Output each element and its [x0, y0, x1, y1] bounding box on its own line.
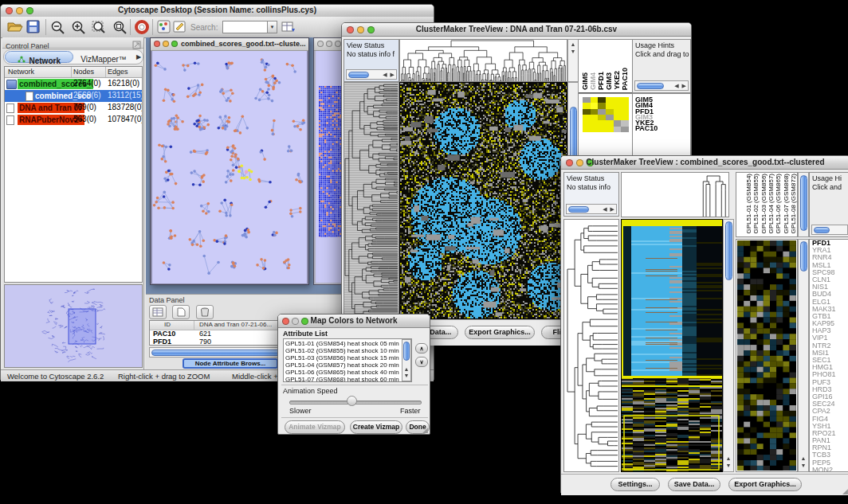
zoom-in-icon[interactable] [71, 20, 87, 37]
heatmap-canvas[interactable] [400, 83, 567, 318]
row-dendrogram-canvas[interactable] [344, 83, 398, 318]
tv2-hints-hscrollbar[interactable] [811, 225, 848, 235]
trash-icon[interactable] [196, 305, 214, 319]
scrollbar-arrows[interactable]: ◀ ▶ [674, 83, 687, 89]
zoom-fit-icon[interactable] [112, 20, 128, 37]
zoom-button[interactable] [171, 41, 178, 47]
tv1-column-label[interactable]: GIM4 [589, 72, 597, 90]
tab-vizmapper[interactable]: VizMapper™ [74, 51, 133, 63]
scrollbar-thumb[interactable] [725, 221, 732, 280]
minimize-button[interactable] [163, 41, 169, 47]
summary-matrix-cell[interactable] [591, 109, 599, 115]
summary-matrix-cell[interactable] [591, 115, 599, 120]
tv2-status-hscrollbar[interactable]: ◀ ▶ [566, 204, 617, 214]
tv1-column-label[interactable]: YKE2 [613, 71, 621, 90]
close-button[interactable] [154, 41, 160, 47]
network-list-row[interactable]: DNA and Tran 07769(0)183728(0) [5, 102, 142, 114]
move-down-button[interactable]: ∨ [415, 357, 428, 367]
scroll-up-arrow[interactable]: ▲ [568, 41, 578, 48]
scrollbar-arrows[interactable]: ◀ ▶ [603, 206, 615, 213]
summary-matrix-cell[interactable] [614, 127, 622, 132]
tab-network[interactable]: Network [5, 51, 73, 63]
search-dropdown-arrow[interactable]: ▼ [267, 21, 277, 33]
annotation-icon[interactable] [173, 20, 187, 37]
summary-matrix-cell[interactable] [606, 115, 614, 120]
summary-matrix-cell[interactable] [598, 109, 606, 115]
dialog-titlebar[interactable]: Map Colors to Network [278, 315, 430, 328]
summary-matrix-cell[interactable] [583, 109, 591, 115]
value-column-header[interactable]: DNA and Tran 07-21-06... [199, 321, 272, 328]
column-dendrogram-canvas[interactable] [400, 40, 567, 81]
attribute-list-item[interactable]: GPL51-01 (GSM854) heat shock 05 min [284, 340, 411, 347]
summary-matrix-cell[interactable] [591, 127, 599, 132]
tv2-heatmap[interactable] [621, 219, 723, 472]
summary-matrix-cell[interactable] [614, 103, 622, 108]
resize-grip[interactable]: ◢ [842, 487, 848, 495]
tv1-column-label[interactable]: PAC10 [621, 68, 629, 90]
summary-matrix-cell[interactable] [614, 97, 622, 103]
tv1-label-scroll-strip[interactable]: ▲ ▼ [567, 39, 579, 82]
id-column-header[interactable]: ID [164, 321, 171, 328]
scroll-down-arrow[interactable]: ▼ [402, 373, 410, 379]
summary-matrix-cell[interactable] [614, 120, 622, 126]
summary-matrix-cell[interactable] [606, 120, 614, 126]
scroll-down-arrow[interactable]: ▼ [799, 463, 808, 469]
help-lifering-icon[interactable] [135, 20, 149, 37]
scroll-down-arrow[interactable]: ▼ [568, 49, 578, 55]
network-list-row[interactable]: combined_scores_2764(0)16218(0) [5, 78, 142, 90]
tab-overflow-arrow[interactable]: ▶ [134, 52, 143, 62]
tv2-column-label[interactable]: GPL51-06 (GSM865) [775, 174, 782, 234]
scrollbar-thumb[interactable] [637, 83, 664, 89]
scrollbar-thumb[interactable] [800, 241, 807, 272]
summary-matrix-cell[interactable] [591, 120, 599, 126]
scrollbar-thumb[interactable] [814, 227, 830, 233]
column-dendrogram-canvas[interactable] [622, 173, 728, 217]
new-document-icon[interactable] [172, 305, 190, 319]
heatmap-canvas[interactable] [622, 220, 722, 471]
main-titlebar[interactable]: Cytoscape Desktop (Session Name: collins… [1, 5, 434, 18]
summary-matrix-cell[interactable] [621, 115, 629, 120]
scrollbar-thumb[interactable] [403, 342, 410, 361]
scrollbar-arrows[interactable]: ◀ ▶ [383, 72, 395, 78]
zoom-selected-icon[interactable] [92, 20, 108, 37]
animate-vizmap-button[interactable]: Animate Vizmap [285, 420, 345, 434]
summary-matrix-cell[interactable] [621, 103, 629, 108]
summary-matrix-cell[interactable] [583, 115, 591, 120]
open-file-icon[interactable] [6, 20, 23, 37]
scroll-up-arrow[interactable]: ▲ [724, 455, 733, 462]
tv2-column-label[interactable]: GPL51-02 (GSM855) [752, 174, 760, 234]
move-up-button[interactable]: ∧ [415, 343, 428, 354]
resize-grip[interactable]: ◢ [422, 426, 428, 434]
scroll-up-arrow[interactable]: ▲ [799, 455, 808, 462]
tv2-column-label[interactable]: GPL51-03 (GSM856) [760, 174, 768, 234]
row-dendrogram-canvas[interactable] [564, 220, 618, 471]
network-list-row[interactable]: combined_sco2569(6)13112(15) [5, 90, 142, 102]
summary-matrix-cell[interactable] [598, 127, 606, 132]
summary-matrix-cell[interactable] [583, 97, 591, 103]
export-graphics-button[interactable]: Export Graphics... [465, 326, 535, 339]
zoom-out-icon[interactable] [50, 20, 66, 37]
col-network[interactable]: Network [8, 68, 34, 76]
scrollbar-thumb[interactable] [800, 175, 807, 231]
summary-matrix-cell[interactable] [621, 109, 629, 115]
gene-label[interactable]: MON2 [810, 467, 848, 472]
tv1-column-label[interactable]: GIM3 [605, 72, 613, 90]
attribute-list-item[interactable]: GPL51-02 (GSM855) heat shock 10 min [284, 347, 411, 354]
scrollbar-thumb[interactable] [348, 72, 369, 78]
zoom-button[interactable] [335, 41, 341, 47]
scroll-down-arrow[interactable]: ▼ [724, 463, 733, 469]
col-edges[interactable]: Edges [108, 68, 128, 76]
tv2-titlebar[interactable]: ClusterMaker TreeView : combined_scores_… [561, 156, 848, 170]
summary-matrix-cell[interactable] [621, 120, 629, 126]
slider-thumb[interactable] [347, 396, 357, 406]
tv1-column-label[interactable]: PFD1 [597, 72, 605, 90]
col-nodes[interactable]: Nodes [73, 68, 94, 76]
import-table-icon[interactable] [281, 20, 297, 37]
close-button[interactable] [317, 41, 324, 47]
tv2-column-dendrogram[interactable] [621, 172, 729, 217]
attribute-list-vscrollbar[interactable]: ▲ ▼ [402, 339, 411, 381]
tv1-column-dendrogram[interactable] [399, 39, 567, 82]
tv2-labels-vscrollbar[interactable] [798, 172, 809, 237]
network-view-canvas[interactable] [152, 51, 307, 283]
summary-matrix-cell[interactable] [606, 109, 614, 115]
